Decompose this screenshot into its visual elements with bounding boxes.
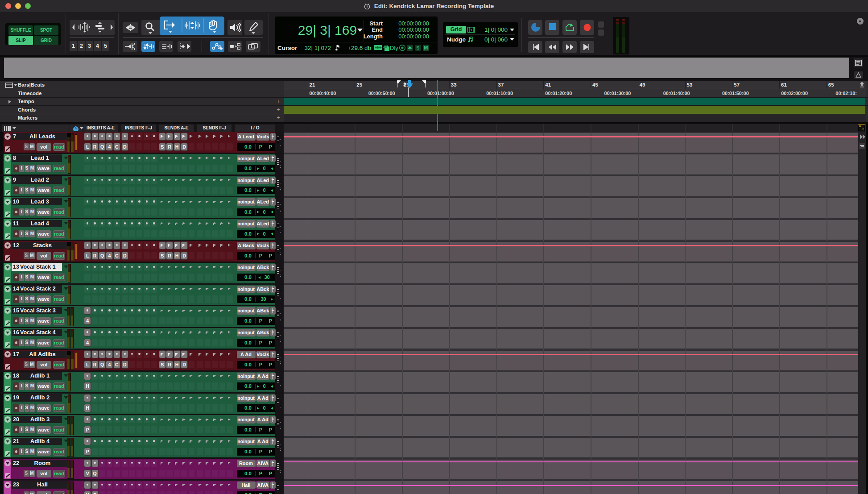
- svg-text:1: 1: [470, 28, 472, 32]
